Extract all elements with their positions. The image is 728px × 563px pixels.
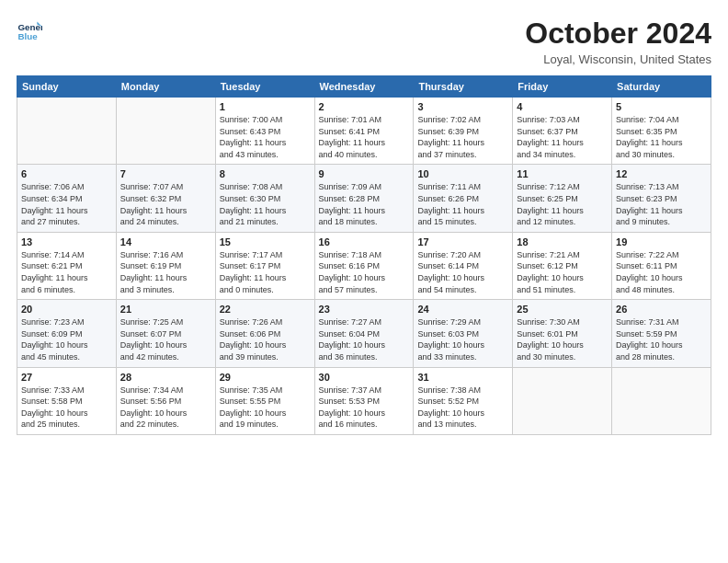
day-info: Sunrise: 7:02 AM Sunset: 6:39 PM Dayligh… (417, 114, 508, 160)
calendar-cell: 31Sunrise: 7:38 AM Sunset: 5:52 PM Dayli… (414, 367, 513, 434)
week-row-2: 6Sunrise: 7:06 AM Sunset: 6:34 PM Daylig… (17, 165, 711, 232)
calendar-cell: 24Sunrise: 7:29 AM Sunset: 6:03 PM Dayli… (414, 300, 513, 367)
day-number: 11 (517, 168, 608, 179)
day-number: 25 (517, 304, 608, 315)
calendar-cell (612, 367, 711, 434)
day-number: 2 (319, 101, 410, 112)
day-info: Sunrise: 7:17 AM Sunset: 6:17 PM Dayligh… (220, 249, 311, 295)
week-row-3: 13Sunrise: 7:14 AM Sunset: 6:21 PM Dayli… (17, 232, 711, 299)
day-number: 30 (319, 372, 410, 383)
day-info: Sunrise: 7:08 AM Sunset: 6:30 PM Dayligh… (220, 181, 311, 227)
day-info: Sunrise: 7:18 AM Sunset: 6:16 PM Dayligh… (319, 249, 410, 295)
day-info: Sunrise: 7:23 AM Sunset: 6:09 PM Dayligh… (21, 316, 112, 362)
week-row-4: 20Sunrise: 7:23 AM Sunset: 6:09 PM Dayli… (17, 300, 711, 367)
page: General Blue October 2024 Loyal, Wiscons… (0, 0, 728, 563)
weekday-header-monday: Monday (116, 76, 215, 98)
weekday-header-sunday: Sunday (17, 76, 117, 98)
calendar-cell: 20Sunrise: 7:23 AM Sunset: 6:09 PM Dayli… (17, 300, 117, 367)
day-number: 7 (120, 168, 211, 179)
day-info: Sunrise: 7:37 AM Sunset: 5:53 PM Dayligh… (319, 385, 410, 431)
day-info: Sunrise: 7:06 AM Sunset: 6:34 PM Dayligh… (21, 181, 112, 227)
logo-icon: General Blue (17, 17, 42, 42)
day-number: 20 (21, 304, 112, 315)
day-info: Sunrise: 7:27 AM Sunset: 6:04 PM Dayligh… (319, 316, 410, 362)
day-info: Sunrise: 7:31 AM Sunset: 5:59 PM Dayligh… (616, 316, 707, 362)
day-info: Sunrise: 7:16 AM Sunset: 6:19 PM Dayligh… (120, 249, 211, 295)
day-info: Sunrise: 7:38 AM Sunset: 5:52 PM Dayligh… (417, 385, 508, 431)
day-info: Sunrise: 7:21 AM Sunset: 6:12 PM Dayligh… (517, 249, 608, 295)
calendar-cell: 2Sunrise: 7:01 AM Sunset: 6:41 PM Daylig… (314, 98, 414, 165)
calendar-cell: 5Sunrise: 7:04 AM Sunset: 6:35 PM Daylig… (612, 98, 711, 165)
calendar-cell: 7Sunrise: 7:07 AM Sunset: 6:32 PM Daylig… (116, 165, 215, 232)
calendar-cell: 27Sunrise: 7:33 AM Sunset: 5:58 PM Dayli… (17, 367, 117, 434)
weekday-header-friday: Friday (513, 76, 612, 98)
day-number: 16 (319, 236, 410, 247)
calendar-cell: 1Sunrise: 7:00 AM Sunset: 6:43 PM Daylig… (215, 98, 314, 165)
day-number: 14 (120, 236, 211, 247)
month-title: October 2024 (525, 17, 711, 51)
calendar-cell: 12Sunrise: 7:13 AM Sunset: 6:23 PM Dayli… (612, 165, 711, 232)
calendar-cell (116, 98, 215, 165)
week-row-1: 1Sunrise: 7:00 AM Sunset: 6:43 PM Daylig… (17, 98, 711, 165)
title-area: October 2024 Loyal, Wisconsin, United St… (525, 17, 711, 66)
day-number: 5 (616, 101, 707, 112)
calendar-cell (513, 367, 612, 434)
calendar-cell: 8Sunrise: 7:08 AM Sunset: 6:30 PM Daylig… (215, 165, 314, 232)
day-info: Sunrise: 7:33 AM Sunset: 5:58 PM Dayligh… (21, 385, 112, 431)
day-info: Sunrise: 7:35 AM Sunset: 5:55 PM Dayligh… (220, 385, 311, 431)
day-info: Sunrise: 7:12 AM Sunset: 6:25 PM Dayligh… (517, 181, 608, 227)
day-info: Sunrise: 7:29 AM Sunset: 6:03 PM Dayligh… (417, 316, 508, 362)
calendar-cell (17, 98, 117, 165)
weekday-header-thursday: Thursday (414, 76, 513, 98)
day-number: 21 (120, 304, 211, 315)
day-number: 23 (319, 304, 410, 315)
day-number: 26 (616, 304, 707, 315)
day-number: 24 (417, 304, 508, 315)
day-info: Sunrise: 7:03 AM Sunset: 6:37 PM Dayligh… (517, 114, 608, 160)
day-number: 8 (220, 168, 311, 179)
day-info: Sunrise: 7:07 AM Sunset: 6:32 PM Dayligh… (120, 181, 211, 227)
day-number: 28 (120, 372, 211, 383)
weekday-header-row: SundayMondayTuesdayWednesdayThursdayFrid… (17, 76, 711, 98)
day-number: 19 (616, 236, 707, 247)
logo: General Blue (17, 17, 44, 42)
calendar-cell: 13Sunrise: 7:14 AM Sunset: 6:21 PM Dayli… (17, 232, 117, 299)
day-number: 4 (517, 101, 608, 112)
day-number: 22 (220, 304, 311, 315)
day-number: 17 (417, 236, 508, 247)
day-info: Sunrise: 7:01 AM Sunset: 6:41 PM Dayligh… (319, 114, 410, 160)
day-number: 29 (220, 372, 311, 383)
calendar-cell: 25Sunrise: 7:30 AM Sunset: 6:01 PM Dayli… (513, 300, 612, 367)
day-number: 6 (21, 168, 112, 179)
calendar-cell: 19Sunrise: 7:22 AM Sunset: 6:11 PM Dayli… (612, 232, 711, 299)
calendar-cell: 9Sunrise: 7:09 AM Sunset: 6:28 PM Daylig… (314, 165, 414, 232)
calendar-cell: 10Sunrise: 7:11 AM Sunset: 6:26 PM Dayli… (414, 165, 513, 232)
day-number: 10 (417, 168, 508, 179)
day-info: Sunrise: 7:22 AM Sunset: 6:11 PM Dayligh… (616, 249, 707, 295)
day-info: Sunrise: 7:13 AM Sunset: 6:23 PM Dayligh… (616, 181, 707, 227)
weekday-header-saturday: Saturday (612, 76, 711, 98)
header: General Blue October 2024 Loyal, Wiscons… (17, 17, 711, 66)
weekday-header-wednesday: Wednesday (314, 76, 414, 98)
day-number: 31 (417, 372, 508, 383)
calendar-cell: 21Sunrise: 7:25 AM Sunset: 6:07 PM Dayli… (116, 300, 215, 367)
day-info: Sunrise: 7:26 AM Sunset: 6:06 PM Dayligh… (220, 316, 311, 362)
day-info: Sunrise: 7:25 AM Sunset: 6:07 PM Dayligh… (120, 316, 211, 362)
calendar-cell: 15Sunrise: 7:17 AM Sunset: 6:17 PM Dayli… (215, 232, 314, 299)
day-number: 3 (417, 101, 508, 112)
day-info: Sunrise: 7:09 AM Sunset: 6:28 PM Dayligh… (319, 181, 410, 227)
calendar-cell: 3Sunrise: 7:02 AM Sunset: 6:39 PM Daylig… (414, 98, 513, 165)
calendar-cell: 17Sunrise: 7:20 AM Sunset: 6:14 PM Dayli… (414, 232, 513, 299)
day-info: Sunrise: 7:20 AM Sunset: 6:14 PM Dayligh… (417, 249, 508, 295)
day-number: 1 (220, 101, 311, 112)
calendar-cell: 16Sunrise: 7:18 AM Sunset: 6:16 PM Dayli… (314, 232, 414, 299)
day-number: 9 (319, 168, 410, 179)
day-info: Sunrise: 7:34 AM Sunset: 5:56 PM Dayligh… (120, 385, 211, 431)
calendar-cell: 6Sunrise: 7:06 AM Sunset: 6:34 PM Daylig… (17, 165, 117, 232)
day-number: 18 (517, 236, 608, 247)
svg-text:Blue: Blue (17, 31, 38, 41)
day-info: Sunrise: 7:04 AM Sunset: 6:35 PM Dayligh… (616, 114, 707, 160)
weekday-header-tuesday: Tuesday (215, 76, 314, 98)
day-number: 13 (21, 236, 112, 247)
week-row-5: 27Sunrise: 7:33 AM Sunset: 5:58 PM Dayli… (17, 367, 711, 434)
